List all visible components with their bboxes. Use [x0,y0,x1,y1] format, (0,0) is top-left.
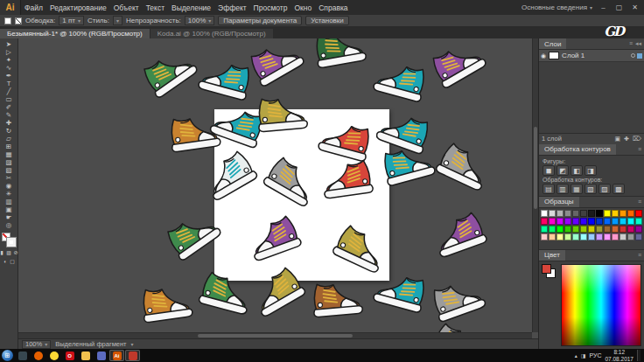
menu-item[interactable]: Текст [143,3,168,12]
scale-tool-icon[interactable]: ▱ [2,135,17,143]
color-swatch[interactable] [564,210,571,217]
color-swatch[interactable] [604,233,611,240]
color-swatch[interactable] [604,218,611,225]
zoom-select[interactable]: 100% ▾ [22,340,51,349]
sneaker-artwork[interactable] [376,138,439,191]
pathfinder-button[interactable]: ▨ [598,184,611,194]
width-tool-icon[interactable]: ✚ [2,119,17,127]
restore-button[interactable]: ▢ [614,3,624,11]
graph-tool-icon[interactable]: ▥ [2,198,17,205]
stroke-swatch[interactable] [7,238,16,247]
taskbar-app-firefox[interactable] [31,350,46,361]
color-swatch[interactable] [612,233,619,240]
pathfinder-button[interactable]: ▩ [612,184,625,194]
document-tab[interactable]: Koda.ai @ 100% (RGB/Просмотр) [150,29,273,38]
color-swatch[interactable] [604,210,611,217]
color-swatch[interactable] [635,218,642,225]
vertical-scrollbar[interactable] [532,38,538,332]
stroke-mini-swatch[interactable] [15,17,22,24]
shape-mode-button[interactable]: ◩ [556,165,569,176]
document-tab[interactable]: Безымянный-1* @ 100% (RGB/Просмотр) [0,29,150,38]
mesh-tool-icon[interactable]: ▨ [2,158,17,166]
horizontal-scrollbar[interactable] [18,332,532,338]
layer-row[interactable]: ◉ Слой 1 [539,50,644,62]
color-swatch[interactable] [627,210,634,217]
tab-swatches[interactable]: Образцы [539,197,579,207]
language-indicator[interactable]: РУС [589,352,601,359]
line-segment-tool-icon[interactable]: ╱ [2,87,17,95]
color-swatch[interactable] [635,210,642,217]
color-swatch[interactable] [580,226,587,233]
color-swatch[interactable] [635,226,642,233]
gradient-mode-button[interactable]: ▨ [6,250,11,255]
make-mask-icon[interactable]: ▣ [615,136,621,143]
free-transform-tool-icon[interactable]: ⊞ [2,143,17,150]
color-swatch[interactable] [556,226,564,233]
paintbrush-tool-icon[interactable]: ✐ [2,103,17,111]
color-swatch[interactable] [612,226,619,233]
color-swatch[interactable] [596,226,603,233]
horizontal-scroll-thumb[interactable] [198,334,352,338]
artboard-tool-icon[interactable]: ▣ [2,205,17,213]
tab-layers[interactable]: Слои [539,38,566,49]
color-swatch[interactable] [620,233,626,240]
color-swatch[interactable] [564,226,571,233]
menu-item[interactable]: Выделение [168,3,214,12]
direct-selection-tool-icon[interactable]: ▷ [2,48,17,56]
sneaker-artwork[interactable] [258,150,325,212]
gradient-tool-icon[interactable]: ▧ [2,166,17,174]
color-swatch[interactable] [588,218,595,225]
shape-mode-button[interactable]: ◨ [584,165,597,176]
start-button[interactable]: ⊞ [2,350,13,361]
fill-swatch[interactable] [542,264,551,274]
target-icon[interactable] [631,53,635,58]
tab-pathfinder[interactable]: Обработка контуров [539,144,616,155]
sneaker-artwork[interactable] [318,156,377,202]
color-swatch[interactable] [627,218,634,225]
sneaker-artwork[interactable] [253,92,311,136]
color-swatch[interactable] [620,218,626,225]
stroke-weight-select[interactable]: 1 пт ▾ [59,16,84,25]
panel-menu-icon[interactable]: ≡ [638,198,641,205]
color-swatch[interactable] [572,218,579,225]
color-swatch[interactable] [596,233,603,240]
sneaker-artwork[interactable] [310,38,370,73]
color-spectrum[interactable] [561,264,641,347]
color-swatch[interactable] [620,210,626,217]
workspace-switcher[interactable]: Основные сведения ▾ [522,3,592,11]
color-swatch[interactable] [612,210,619,217]
selection-tool-icon[interactable]: ➤ [2,40,17,48]
lasso-tool-icon[interactable]: ∿ [2,64,17,72]
sneaker-artwork[interactable] [369,54,432,107]
delete-layer-icon[interactable]: ⌦ [633,136,641,143]
pathfinder-button[interactable]: ▤ [542,184,555,194]
sneaker-artwork[interactable] [430,137,496,196]
color-swatch[interactable] [549,218,556,225]
panel-menu-icon[interactable]: ≡ [638,252,641,258]
color-swatch[interactable] [549,226,556,233]
panel-menu-icon[interactable]: ≡ [638,146,641,152]
color-swatch[interactable] [541,218,548,225]
shape-builder-tool-icon[interactable]: ▦ [2,150,17,158]
taskbar-app-reader[interactable] [125,350,140,361]
new-layer-icon[interactable]: ✚ [624,136,629,143]
sneaker-artwork[interactable] [424,38,491,94]
color-swatch[interactable] [635,233,642,240]
opacity-select[interactable]: 100% ▾ [185,16,214,25]
tray-expand-icon[interactable]: ▴ [575,352,578,359]
menu-item[interactable]: Справка [315,3,351,12]
sneaker-artwork[interactable] [425,271,490,326]
hand-tool-icon[interactable]: ☛ [2,213,17,221]
taskbar-app-media[interactable] [94,350,108,361]
style-select[interactable]: ▾ [113,16,122,25]
sneaker-artwork[interactable] [159,203,227,266]
canvas[interactable] [18,38,538,338]
menu-item[interactable]: Окно [290,3,315,12]
blend-tool-icon[interactable]: ◉ [2,182,17,190]
color-swatch[interactable] [556,218,564,225]
taskbar-clock[interactable]: 8:12 07.08.2017 [605,349,634,361]
document-setup-button[interactable]: Параметры документа [218,16,302,25]
taskbar-app-explorer[interactable] [78,350,93,361]
color-swatch[interactable] [541,226,548,233]
color-swatch[interactable] [580,233,587,240]
